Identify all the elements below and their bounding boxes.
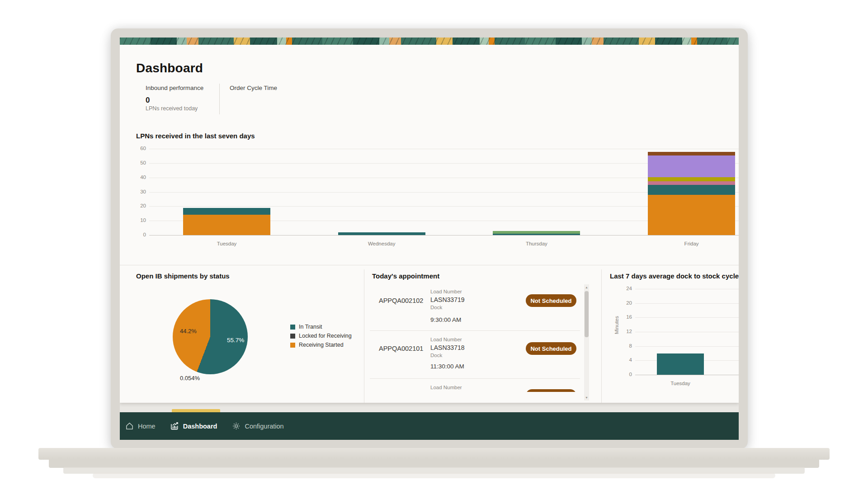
legend-label-locked-for-receiving: Locked for Receiving xyxy=(299,333,352,339)
status-badge-not-scheduled: Not Scheduled xyxy=(526,342,576,355)
tab-inbound-performance[interactable]: Inbound performance xyxy=(146,85,203,91)
scrollbar-thumb[interactable] xyxy=(585,291,589,337)
bar-segment xyxy=(648,195,735,235)
y-tick-label: 4 xyxy=(614,357,632,363)
y-tick-label: 8 xyxy=(614,343,632,349)
tab-divider xyxy=(219,84,220,114)
gridline xyxy=(149,235,739,236)
legend-item-in-transit: In Transit xyxy=(290,324,322,330)
app-screen: Dashboard Inbound performance Order Cycl… xyxy=(120,38,739,440)
legend-label-in-transit: In Transit xyxy=(299,324,322,330)
status-badge-not-scheduled: Not Scheduled xyxy=(526,294,576,307)
bar-segment xyxy=(183,208,270,215)
nav-item-home[interactable]: Home xyxy=(125,422,156,430)
y-tick-label: 20 xyxy=(128,203,146,208)
pie-label-in-transit: 55.7% xyxy=(227,337,244,344)
gridline xyxy=(635,303,739,304)
active-tab-indicator xyxy=(172,409,220,412)
laptop-frame: Dashboard Inbound performance Order Cycl… xyxy=(111,28,748,449)
home-icon xyxy=(125,422,134,430)
kpi-lpns-received-value: 0 xyxy=(146,96,150,105)
gridline xyxy=(635,346,739,347)
y-tick-label: 30 xyxy=(128,189,146,194)
appointments-scrollbar[interactable]: ▲ ▼ xyxy=(584,284,589,400)
nav-item-dashboard[interactable]: Dashboard xyxy=(170,422,217,430)
y-tick-label: 20 xyxy=(614,300,632,306)
y-tick-label: 0 xyxy=(614,372,632,377)
legend-swatch-in-transit xyxy=(290,325,295,330)
gridline xyxy=(635,332,739,332)
list-clip-overlay xyxy=(370,392,582,403)
y-tick-label: 10 xyxy=(128,217,146,223)
bar-segment xyxy=(648,185,735,195)
chart-title-lpns-last-seven-days: LPNs received in the last seven days xyxy=(136,132,255,140)
gridline xyxy=(635,317,739,318)
section-divider xyxy=(120,265,739,265)
gridline xyxy=(149,149,739,149)
appointments-title: Today's appointment xyxy=(372,272,439,280)
appointment-id: APPQA002102 xyxy=(379,297,423,304)
scrollbar-up-arrow-icon[interactable]: ▲ xyxy=(584,284,589,290)
load-number-label: Load Number xyxy=(430,385,462,390)
gridline xyxy=(635,375,739,375)
y-tick-label: 0 xyxy=(128,232,146,237)
y-tick-label: 24 xyxy=(614,286,632,291)
pie-label-locked-for-receiving: 0.054% xyxy=(180,375,200,382)
scrollbar-down-arrow-icon[interactable]: ▼ xyxy=(584,395,589,400)
bar-segment xyxy=(493,231,580,234)
nav-label-dashboard: Dashboard xyxy=(183,423,217,430)
bar-segment xyxy=(648,177,735,181)
chart-title-open-ib-shipments: Open IB shipments by status xyxy=(136,272,230,280)
legend-label-receiving-started: Receiving Started xyxy=(299,342,344,348)
bar-segment xyxy=(338,232,425,235)
dashboard-content: Dashboard Inbound performance Order Cycl… xyxy=(120,45,739,403)
bar-segment xyxy=(648,181,735,185)
legend-item-locked-for-receiving: Locked for Receiving xyxy=(290,333,352,339)
dock-label: Dock xyxy=(430,305,442,310)
nav-label-home: Home xyxy=(138,423,156,430)
dock-label: Dock xyxy=(430,353,442,358)
legend-swatch-locked-for-receiving xyxy=(290,334,295,339)
dock-to-stock-bar-chart: 04812162024Tuesday xyxy=(635,289,739,375)
nav-label-configuration: Configuration xyxy=(245,423,283,430)
load-number-label: Load Number xyxy=(430,337,462,342)
nav-item-configuration[interactable]: Configuration xyxy=(232,422,283,430)
load-number-value: LASN33719 xyxy=(430,296,465,303)
laptop-base xyxy=(38,448,830,460)
bottom-nav: Home Dashboard Configuration xyxy=(120,412,739,440)
y-tick-label: 50 xyxy=(128,160,146,165)
kpi-lpns-received-caption: LPNs received today xyxy=(146,105,198,112)
panel-divider xyxy=(601,269,602,403)
appointment-time: 9:30:00 AM xyxy=(430,316,461,323)
bar-segment xyxy=(657,353,704,375)
row-divider xyxy=(370,378,580,379)
chart-title-dock-to-stock: Last 7 days average dock to stock cycle … xyxy=(610,272,739,280)
gridline xyxy=(635,289,739,289)
x-tick-label: Tuesday xyxy=(183,241,270,246)
appointment-id: APPQA002101 xyxy=(379,345,423,352)
legend-item-receiving-started: Receiving Started xyxy=(290,342,344,348)
laptop-base-shadow xyxy=(49,459,819,468)
y-tick-label: 60 xyxy=(128,146,146,151)
row-divider xyxy=(370,330,580,331)
bar-segment xyxy=(493,234,580,235)
decorative-banner xyxy=(120,38,739,45)
bar-segment xyxy=(183,215,270,235)
panel-divider xyxy=(364,269,364,403)
y-tick-label: 16 xyxy=(614,314,632,320)
tab-order-cycle-time[interactable]: Order Cycle Time xyxy=(230,85,277,91)
y-tick-label: 12 xyxy=(614,329,632,334)
load-number-label: Load Number xyxy=(430,289,462,294)
page-title: Dashboard xyxy=(136,61,203,75)
bar-segment xyxy=(648,152,735,155)
y-tick-label: 40 xyxy=(128,174,146,180)
laptop-base-shadow xyxy=(93,473,775,478)
legend-swatch-receiving-started xyxy=(290,343,295,348)
x-tick-label: Thursday xyxy=(493,241,580,246)
dashboard-chart-icon xyxy=(170,422,179,430)
appointment-time: 11:30:00 AM xyxy=(430,363,464,370)
load-number-value: LASN33718 xyxy=(430,344,465,351)
bar-segment xyxy=(648,155,735,177)
gear-icon xyxy=(232,422,241,430)
x-tick-label: Wednesday xyxy=(338,241,425,246)
